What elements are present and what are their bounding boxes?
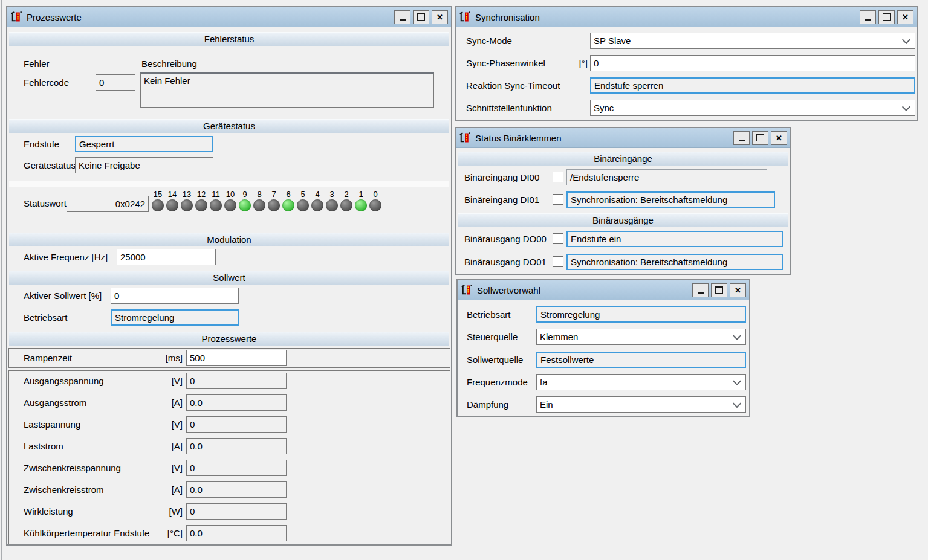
beschreibung-label: Beschreibung [141,59,197,69]
prozesswert-label: Wirkleistung [24,507,73,517]
maximize-button[interactable] [711,283,727,297]
close-button[interactable] [897,10,913,24]
minimize-icon [698,292,704,294]
status-binaerklemmen-window: Status Binärklemmen Binäreingänge Binäre… [455,127,791,275]
prozesswert-unit: [°C] [152,529,183,538]
prozesswert-label: Zwischenkreisstrom [24,485,104,495]
prozesswert-value-field: 0.0 [186,525,287,541]
led-off-icon [224,199,236,211]
sollwertquelle-status-field: Festsollwerte [536,352,746,368]
prozesswert-value-field: 0 [186,416,287,433]
chevron-down-icon [902,102,910,111]
binaereingang-di01-field: Synchronisation: Bereitschaftsmeldung [566,191,775,208]
aktiver-sollwert-label: Aktiver Sollwert [%] [24,291,102,301]
binaerausgang-do00-checkbox[interactable] [553,233,563,244]
close-button[interactable] [432,10,448,24]
statusword-led-bit-3: 3 [325,190,339,211]
binaereingang-di00-field: /Endstufensperre [566,169,767,185]
binaerklemmen-titlebar[interactable]: Status Binärklemmen [456,128,790,148]
rampenzeit-input[interactable]: 500 [186,350,287,366]
prozesswert-value-field: 0 [186,503,287,520]
prozesswert-label: Ausgangsstrom [24,398,86,408]
led-off-icon [152,199,164,211]
fehlercode-label: Fehlercode [24,78,69,88]
app-logo-icon [459,132,471,144]
led-off-icon [253,199,265,211]
statusword-led-bit-0: 0 [368,190,383,211]
close-button[interactable] [771,131,787,145]
daempfung-label: Dämpfung [467,400,508,410]
synchronisation-titlebar[interactable]: Synchronisation [456,7,917,27]
statusword-led-bit-13: 13 [180,190,194,211]
app-logo-icon [459,11,471,23]
maximize-icon [715,286,723,294]
maximize-button[interactable] [752,131,768,145]
statusword-led-bit-14: 14 [165,190,180,211]
close-button[interactable] [730,283,746,297]
minimize-icon [400,19,406,21]
prozesswert-label: Kühlkörpertemperatur Endstufe [24,529,149,538]
betriebsart-label: Betriebsart [24,313,68,323]
steuerquelle-dropdown[interactable]: Klemmen [536,329,746,345]
statusword-led-bit-1: 1 [354,190,368,211]
statusword-led-bit-15: 15 [151,190,165,211]
prozesswert-label: Zwischenkreisspannung [24,463,121,473]
endstufe-label: Endstufe [24,140,59,149]
prozesswert-label: Ausgangsspannung [24,376,104,386]
statuswort-field: 0x0242 [67,196,149,212]
sync-phasenwinkel-input[interactable]: 0 [590,55,915,71]
binaereingang-di01-checkbox[interactable] [553,194,563,205]
section-header-binaerausgaenge: Binärausgänge [458,213,788,227]
maximize-button[interactable] [878,10,895,24]
reaktion-sync-timeout-label: Reaktion Sync-Timeout [466,81,560,91]
binaereingang-di00-checkbox[interactable] [553,172,563,182]
chevron-down-icon [902,35,910,43]
statusword-led-bit-2: 2 [339,190,354,211]
minimize-button[interactable] [394,10,410,24]
led-on-icon [239,199,251,211]
prozesswerte-titlebar[interactable]: Prozesswerte [7,7,451,27]
led-off-icon [326,199,338,211]
sync-mode-value: SP Slave [594,36,631,46]
chevron-down-icon [733,376,741,385]
betriebsart-label: Betriebsart [467,310,511,320]
led-off-icon [340,199,352,211]
prozesswert-value-field: 0 [186,460,287,476]
prozesswert-value-field: 0.0 [186,438,287,454]
fehler-label: Fehler [24,59,50,69]
schnittstellenfunktion-dropdown[interactable]: Sync [590,100,915,116]
frequenzmode-dropdown[interactable]: fa [536,374,746,390]
aktive-frequenz-label: Aktive Frequenz [Hz] [24,253,108,262]
sollwertvorwahl-titlebar[interactable]: Sollwertvorwahl [458,280,749,300]
statusword-led-bit-5: 5 [296,190,310,211]
geraetestatus-field: Keine Freigabe [75,157,213,173]
reaktion-sync-timeout-field: Endstufe sperren [590,77,915,94]
synchronisation-window: Synchronisation Sync-Mode SP Slave Sync-… [455,6,918,121]
section-header-sollwert: Sollwert [9,271,449,285]
minimize-button[interactable] [733,131,750,145]
minimize-button[interactable] [860,10,876,24]
sync-phasenwinkel-label: Sync-Phasenwinkel [466,59,545,68]
aktive-frequenz-input[interactable]: 25000 [117,249,216,265]
sync-mode-label: Sync-Mode [466,36,512,46]
schnittstellenfunktion-label: Schnittstellenfunktion [466,103,552,113]
led-off-icon [195,199,207,211]
close-icon [776,134,782,142]
daempfung-dropdown[interactable]: Ein [536,396,746,413]
binaerausgang-do01-checkbox[interactable] [553,256,563,267]
minimize-button[interactable] [692,283,709,297]
sollwertvorwahl-window: Sollwertvorwahl Betriebsart Stromregelun… [456,279,750,417]
sync-phasenwinkel-unit: [°] [565,59,588,68]
betriebsart-status-field: Stromregelung [111,309,239,326]
statusword-led-bit-7: 7 [267,190,281,211]
led-off-icon [166,199,178,211]
maximize-button[interactable] [413,10,429,24]
statusword-led-strip: 1514131211109876543210 [151,190,383,211]
prozesswert-unit: [A] [152,398,183,408]
section-header-fehlerstatus: Fehlerstatus [9,32,449,46]
section-header-geraetestatus: Gerätestatus [9,119,449,133]
sync-mode-dropdown[interactable]: SP Slave [590,33,915,49]
binaerausgang-do00-label: Binärausgang DO00 [464,234,547,244]
aktiver-sollwert-field[interactable]: 0 [111,288,239,304]
app-logo-icon [10,11,22,23]
